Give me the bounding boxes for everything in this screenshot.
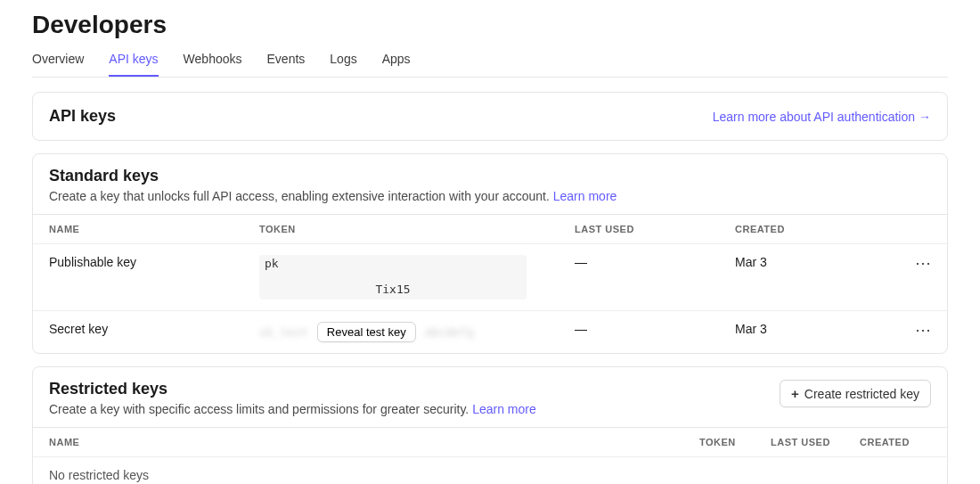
column-name: NAME [49, 437, 699, 447]
arrow-right-icon: → [919, 110, 931, 124]
tab-logs[interactable]: Logs [330, 52, 356, 77]
column-created: CREATED [735, 224, 904, 234]
standard-keys-desc: Create a key that unlocks full API acces… [49, 189, 931, 203]
restricted-keys-table-head: NAME TOKEN LAST USED CREATED [33, 427, 947, 456]
key-name: Publishable key [49, 255, 259, 269]
plus-icon: + [791, 386, 799, 401]
api-keys-header-panel: API keys Learn more about API authentica… [32, 92, 948, 141]
column-token: TOKEN [259, 224, 575, 234]
tab-events[interactable]: Events [267, 52, 306, 77]
created-date: Mar 3 [735, 255, 904, 269]
empty-state: No restricted keys [33, 456, 947, 484]
tab-api-keys[interactable]: API keys [109, 52, 158, 77]
column-name: NAME [49, 224, 259, 234]
created-date: Mar 3 [735, 322, 904, 336]
column-token: TOKEN [699, 437, 771, 447]
panel-title: API keys [49, 107, 116, 126]
masked-token: abcdefg [425, 325, 474, 339]
learn-more-auth-link[interactable]: Learn more about API authentication → [713, 110, 931, 124]
column-last-used: LAST USED [575, 224, 735, 234]
column-last-used: LAST USED [771, 437, 860, 447]
column-created: CREATED [860, 437, 931, 447]
tabs: Overview API keys Webhooks Events Logs A… [32, 52, 948, 78]
tab-webhooks[interactable]: Webhooks [184, 52, 242, 77]
restricted-learn-more-link[interactable]: Learn more [472, 402, 536, 416]
standard-keys-title: Standard keys [49, 167, 931, 185]
create-restricted-key-button[interactable]: + Create restricted key [780, 380, 931, 407]
tab-overview[interactable]: Overview [32, 52, 84, 77]
row-actions-menu[interactable]: ⋯ [904, 322, 931, 338]
publishable-key-token[interactable]: pk Tix15 [259, 255, 527, 299]
tab-apps[interactable]: Apps [382, 52, 411, 77]
link-text: Learn more about API authentication [713, 110, 915, 124]
masked-token: sk_test [259, 325, 308, 339]
button-label: Create restricted key [804, 387, 919, 401]
page-title: Developers [32, 0, 948, 52]
key-name: Secret key [49, 322, 259, 336]
last-used: — [575, 322, 735, 336]
table-row: Publishable key pk Tix15 — Mar 3 ⋯ [33, 243, 947, 310]
standard-learn-more-link[interactable]: Learn more [553, 189, 617, 203]
more-icon: ⋯ [915, 254, 931, 272]
restricted-keys-title: Restricted keys [49, 380, 536, 398]
more-icon: ⋯ [915, 321, 931, 339]
row-actions-menu[interactable]: ⋯ [904, 255, 931, 271]
standard-keys-table-head: NAME TOKEN LAST USED CREATED [33, 214, 947, 243]
table-row: Secret key sk_test Reveal test key abcde… [33, 310, 947, 353]
restricted-keys-panel: Restricted keys Create a key with specif… [32, 366, 948, 484]
restricted-keys-desc: Create a key with specific access limits… [49, 402, 536, 416]
standard-keys-panel: Standard keys Create a key that unlocks … [32, 153, 948, 354]
reveal-test-key-button[interactable]: Reveal test key [317, 322, 416, 342]
last-used: — [575, 255, 735, 269]
